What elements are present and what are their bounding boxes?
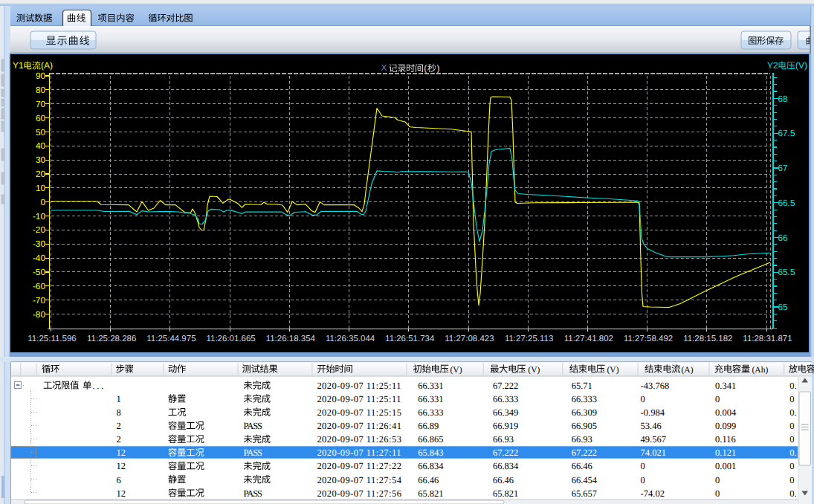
svg-text:11:27:41.802: 11:27:41.802 xyxy=(564,335,613,343)
svg-text:11:27:08.423: 11:27:08.423 xyxy=(445,335,494,343)
svg-text:66.331: 66.331 xyxy=(418,394,443,404)
svg-text:X: X xyxy=(381,62,387,73)
svg-text:(V): (V) xyxy=(795,60,807,71)
svg-text:0.121: 0.121 xyxy=(715,448,736,458)
svg-text:80: 80 xyxy=(36,85,46,95)
svg-text:PASS: PASS xyxy=(244,488,262,499)
svg-text:66.333: 66.333 xyxy=(572,394,597,404)
svg-text:66.5: 66.5 xyxy=(778,198,795,208)
svg-text:0.099: 0.099 xyxy=(715,421,736,431)
svg-text:66.349: 66.349 xyxy=(493,407,518,418)
svg-text:0: 0 xyxy=(641,475,645,485)
svg-text:60: 60 xyxy=(36,113,46,123)
svg-text:11:28:15.182: 11:28:15.182 xyxy=(683,335,732,343)
svg-text:66.834: 66.834 xyxy=(418,461,444,471)
svg-text:2: 2 xyxy=(117,434,121,445)
svg-text:1: 1 xyxy=(117,394,121,404)
svg-text:67.222: 67.222 xyxy=(572,448,597,458)
svg-text:2020-09-07 11:27:56: 2020-09-07 11:27:56 xyxy=(317,488,401,499)
svg-text:11:27:25.113: 11:27:25.113 xyxy=(505,335,553,343)
svg-text:2020-09-07 11:27:54: 2020-09-07 11:27:54 xyxy=(317,475,401,485)
svg-text:66.89: 66.89 xyxy=(418,421,439,431)
svg-text:PASS: PASS xyxy=(244,421,262,431)
svg-text:11:25:28.286: 11:25:28.286 xyxy=(87,335,136,343)
svg-text:-80: -80 xyxy=(33,309,45,320)
svg-text:-74.02: -74.02 xyxy=(641,488,665,499)
svg-text:-70: -70 xyxy=(33,295,45,306)
svg-text:66.46: 66.46 xyxy=(493,475,514,485)
svg-text:66.919: 66.919 xyxy=(493,421,518,431)
svg-text:67: 67 xyxy=(778,163,788,173)
svg-text:0.004: 0.004 xyxy=(715,407,737,418)
svg-text:0.: 0. xyxy=(789,488,796,499)
svg-text:66.331: 66.331 xyxy=(418,381,443,391)
svg-text:66.46: 66.46 xyxy=(418,475,439,485)
svg-text:11:26:01.665: 11:26:01.665 xyxy=(206,335,255,343)
svg-text:2020-09-07 11:26:41: 2020-09-07 11:26:41 xyxy=(317,421,401,431)
svg-text:12: 12 xyxy=(117,448,126,458)
svg-text:(A): (A) xyxy=(682,366,694,375)
svg-text:65.71: 65.71 xyxy=(572,381,592,391)
svg-text:Y1: Y1 xyxy=(13,60,24,71)
svg-text:0: 0 xyxy=(715,488,720,499)
svg-text:65.821: 65.821 xyxy=(418,488,443,499)
svg-text:67.5: 67.5 xyxy=(778,128,795,138)
svg-text:2020-09-07 11:27:11: 2020-09-07 11:27:11 xyxy=(317,448,401,458)
svg-text:10: 10 xyxy=(36,183,46,193)
svg-text:11:27:58.492: 11:27:58.492 xyxy=(624,335,673,343)
svg-text:74.021: 74.021 xyxy=(641,448,666,458)
svg-text:65.843: 65.843 xyxy=(418,448,443,458)
svg-text:2020-09-07 11:25:11: 2020-09-07 11:25:11 xyxy=(317,381,401,391)
svg-text:66.454: 66.454 xyxy=(572,475,598,485)
svg-text:(Ah): (Ah) xyxy=(752,366,769,375)
svg-text:11:25:11.596: 11:25:11.596 xyxy=(28,335,76,343)
svg-text:66.46: 66.46 xyxy=(572,461,592,471)
svg-text:2020-09-07 11:25:11: 2020-09-07 11:25:11 xyxy=(317,394,401,404)
svg-text:11:28:31.871: 11:28:31.871 xyxy=(743,335,792,343)
svg-text:): ) xyxy=(437,63,440,74)
svg-text:66.93: 66.93 xyxy=(572,434,592,445)
svg-text:...: ... xyxy=(93,381,106,391)
svg-text:0.: 0. xyxy=(789,381,796,391)
svg-text:6: 6 xyxy=(117,475,121,485)
svg-text:66.333: 66.333 xyxy=(418,407,443,418)
svg-text:8: 8 xyxy=(117,407,121,418)
svg-text:2020-09-07 11:26:53: 2020-09-07 11:26:53 xyxy=(317,434,401,445)
svg-text:(V): (V) xyxy=(450,366,462,375)
svg-text:0: 0 xyxy=(789,461,794,471)
svg-text:0: 0 xyxy=(715,394,720,404)
svg-text:66.309: 66.309 xyxy=(572,407,597,418)
svg-text:-20: -20 xyxy=(33,224,45,235)
svg-text:(V): (V) xyxy=(528,366,540,375)
svg-text:0.: 0. xyxy=(789,407,796,418)
svg-text:-43.768: -43.768 xyxy=(641,381,670,391)
svg-text:2020-09-07 11:25:15: 2020-09-07 11:25:15 xyxy=(317,407,401,418)
svg-text:(: ( xyxy=(424,63,427,74)
svg-text:66: 66 xyxy=(778,233,789,243)
svg-text:(V): (V) xyxy=(607,366,619,375)
svg-text:40: 40 xyxy=(36,140,46,151)
svg-text:49.567: 49.567 xyxy=(641,434,666,445)
svg-text:-0.984: -0.984 xyxy=(641,407,665,418)
svg-text:70: 70 xyxy=(36,99,46,109)
svg-text:2: 2 xyxy=(117,421,121,431)
svg-text:20: 20 xyxy=(36,169,46,179)
svg-text:90: 90 xyxy=(36,71,46,81)
svg-text:0: 0 xyxy=(40,197,45,207)
svg-text:66.865: 66.865 xyxy=(418,434,443,445)
svg-text:0.116: 0.116 xyxy=(715,434,736,445)
svg-text:Y2: Y2 xyxy=(767,60,778,71)
svg-text:PASS: PASS xyxy=(244,448,262,458)
svg-text:65: 65 xyxy=(778,302,789,312)
svg-text:-10: -10 xyxy=(33,211,45,222)
svg-text:-50: -50 xyxy=(33,267,45,277)
svg-text:2020-09-07 11:27:22: 2020-09-07 11:27:22 xyxy=(317,461,401,471)
svg-text:-30: -30 xyxy=(33,239,45,249)
svg-text:0: 0 xyxy=(715,475,720,485)
svg-text:0.341: 0.341 xyxy=(715,381,736,391)
svg-text:66.834: 66.834 xyxy=(493,461,519,471)
svg-text:66.93: 66.93 xyxy=(493,434,514,445)
svg-text:(A): (A) xyxy=(41,60,53,71)
svg-text:65.821: 65.821 xyxy=(493,488,518,499)
svg-text:0.: 0. xyxy=(789,448,796,458)
